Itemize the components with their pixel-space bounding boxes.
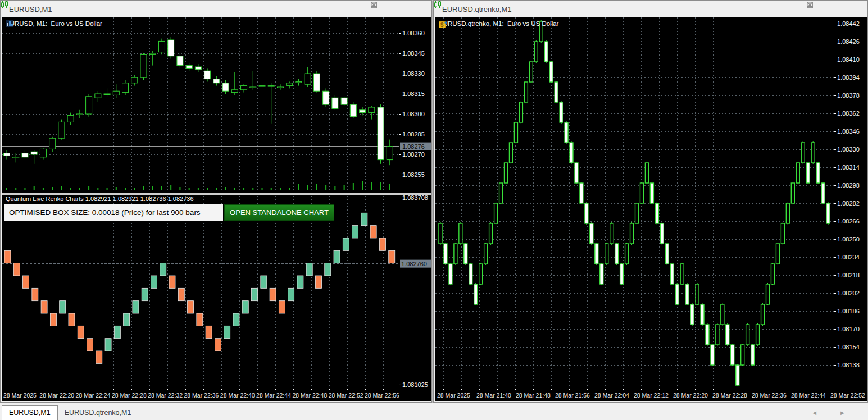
svg-text:1.082760: 1.082760: [401, 261, 427, 267]
svg-text:1.08218: 1.08218: [837, 272, 860, 279]
svg-text:1.08345: 1.08345: [402, 50, 425, 57]
svg-text:1.08250: 1.08250: [837, 236, 860, 243]
right-window-title: EURUSD.qtrenko,M1: [442, 5, 512, 13]
svg-text:1.08255: 1.08255: [402, 171, 425, 178]
svg-text:28 Mar 21:40: 28 Mar 21:40: [476, 392, 511, 399]
svg-text:28 Mar 22:20: 28 Mar 22:20: [673, 392, 708, 399]
right-chart-label: EURUSD.qtrenko, M1: Euro vs US Dollar: [439, 20, 558, 27]
svg-text:28 Mar 2025: 28 Mar 2025: [3, 392, 37, 399]
open-standalone-chart-button[interactable]: OPEN STANDALONE CHART: [224, 204, 334, 221]
svg-text:1.08360: 1.08360: [402, 30, 425, 36]
chart-tab-bar: EURUSD,M1 EURUSD.qtrenko,M1 ◄ ►: [0, 403, 868, 420]
svg-text:1.08234: 1.08234: [837, 254, 860, 261]
svg-text:1.08315: 1.08315: [402, 90, 425, 97]
svg-text:1.08282: 1.08282: [837, 200, 860, 207]
svg-text:1.08426: 1.08426: [837, 38, 860, 45]
svg-text:28 Mar 22:48: 28 Mar 22:48: [292, 392, 327, 399]
svg-text:1.083708: 1.083708: [402, 194, 428, 201]
right-chart-header: $ EURUSD.qtrenko, M1: Euro vs US Dollar: [439, 20, 558, 27]
svg-text:28 Mar 22:28: 28 Mar 22:28: [712, 392, 747, 399]
chart-window-eurusd-qtrenko-m1: EURUSD.qtrenko,M1 1.084421.084261.084101…: [433, 0, 868, 403]
svg-text:28 Mar 22:24: 28 Mar 22:24: [76, 392, 111, 399]
svg-text:28 Mar 22:20: 28 Mar 22:20: [39, 392, 74, 399]
chart-window-eurusd-m1: EURUSD,M1 1.083601.083451.083301.083151.…: [0, 0, 432, 403]
svg-text:28 Mar 22:32: 28 Mar 22:32: [148, 392, 183, 399]
mdi-workspace: EURUSD,M1 1.083601.083451.083301.083151.…: [0, 0, 868, 420]
svg-text:28 Mar 22:04: 28 Mar 22:04: [594, 392, 629, 399]
svg-text:28 Mar 22:52: 28 Mar 22:52: [830, 392, 865, 399]
right-chart-area[interactable]: 1.084421.084261.084101.083941.083781.083…: [435, 17, 867, 401]
svg-text:1.08270: 1.08270: [402, 151, 425, 158]
svg-text:28 Mar 22:28: 28 Mar 22:28: [112, 392, 147, 399]
svg-text:28 Mar 22:44: 28 Mar 22:44: [791, 392, 826, 399]
svg-text:28 Mar 22:44: 28 Mar 22:44: [256, 392, 291, 399]
svg-text:28 Mar 22:36: 28 Mar 22:36: [752, 392, 787, 399]
renko-indicator-label: Quantum Live Renko Charts 1.082921 1.082…: [6, 195, 194, 202]
svg-text:1.08202: 1.08202: [837, 290, 860, 296]
svg-text:1.08266: 1.08266: [837, 218, 860, 225]
maximize-button[interactable]: [390, 2, 409, 15]
svg-text:1.08394: 1.08394: [837, 74, 860, 81]
svg-text:28 Mar 21:56: 28 Mar 21:56: [555, 392, 590, 399]
svg-text:1.08330: 1.08330: [837, 146, 860, 153]
svg-text:1.08186: 1.08186: [837, 308, 860, 314]
svg-text:1.08330: 1.08330: [402, 70, 425, 77]
left-chart-label: EURUSD, M1: Euro vs US Dollar: [6, 20, 102, 27]
svg-text:1.08170: 1.08170: [837, 326, 860, 332]
svg-text:28 Mar 21:48: 28 Mar 21:48: [516, 392, 551, 399]
svg-text:$: $: [440, 22, 444, 28]
maximize-button[interactable]: [826, 2, 845, 15]
optimised-box-size-label: OPTIMISED BOX SIZE: 0.00018 (Price) for …: [4, 204, 223, 221]
svg-text:1.08285: 1.08285: [402, 131, 425, 138]
right-titlebar[interactable]: EURUSD.qtrenko,M1: [434, 1, 867, 17]
svg-text:28 Mar 22:12: 28 Mar 22:12: [634, 392, 669, 399]
tab-eurusd-m1[interactable]: EURUSD,M1: [2, 405, 58, 420]
svg-text:1.08362: 1.08362: [837, 110, 860, 117]
svg-text:1.08276: 1.08276: [402, 143, 425, 150]
svg-text:1.08154: 1.08154: [837, 344, 860, 350]
close-button[interactable]: [409, 2, 428, 15]
svg-text:1.08314: 1.08314: [837, 164, 860, 171]
svg-text:28 Mar 2025: 28 Mar 2025: [437, 392, 470, 399]
svg-text:28 Mar 22:36: 28 Mar 22:36: [184, 392, 219, 399]
left-titlebar[interactable]: EURUSD,M1: [1, 1, 431, 17]
svg-text:1.08378: 1.08378: [837, 92, 860, 99]
expert-advisor-icon[interactable]: $: [439, 20, 447, 28]
right-chart-svg[interactable]: 1.084421.084261.084101.083941.083781.083…: [435, 17, 867, 401]
svg-text:1.08300: 1.08300: [402, 111, 425, 117]
tab-eurusd-qtrenko-m1[interactable]: EURUSD.qtrenko,M1: [58, 406, 139, 420]
svg-text:1.08298: 1.08298: [837, 182, 860, 189]
svg-text:1.08138: 1.08138: [837, 362, 860, 368]
svg-text:28 Mar 22:52: 28 Mar 22:52: [329, 392, 363, 399]
svg-text:1.08346: 1.08346: [837, 128, 860, 135]
tab-scroll-arrows[interactable]: ◄ ►: [811, 409, 856, 416]
left-chart-header: EURUSD, M1: Euro vs US Dollar: [6, 20, 102, 27]
svg-text:1.081025: 1.081025: [402, 381, 428, 388]
bar-chart-icon[interactable]: [6, 20, 13, 27]
svg-text:28 Mar 22:56: 28 Mar 22:56: [365, 392, 399, 399]
left-window-title: EURUSD,M1: [9, 5, 52, 13]
svg-text:1.08410: 1.08410: [837, 56, 860, 63]
left-chart-area[interactable]: 1.083601.083451.083301.083151.083001.082…: [2, 17, 431, 401]
svg-text:28 Mar 22:40: 28 Mar 22:40: [220, 392, 255, 399]
close-button[interactable]: [845, 2, 864, 15]
svg-text:1.08442: 1.08442: [837, 20, 860, 27]
